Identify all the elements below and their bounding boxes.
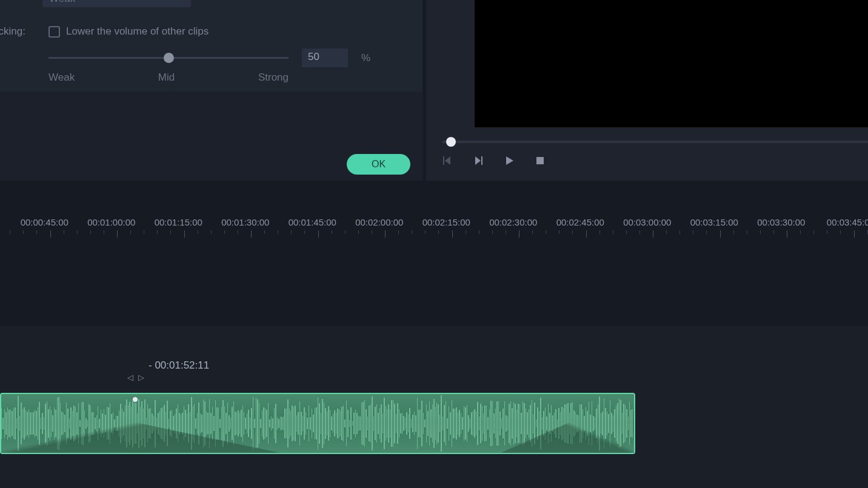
ruler-timecode: 00:02:45:00 [547, 217, 614, 227]
timeline-ruler[interactable]: 0000:00:45:0000:01:00:0000:01:15:0000:01… [0, 209, 868, 243]
stop-button[interactable] [533, 153, 547, 168]
ruler-timecode: 00:00:45:00 [11, 217, 78, 227]
lower-volume-label: Lower the volume of other clips [66, 25, 209, 38]
ruler-timecode: 00:02:00:00 [346, 217, 413, 227]
nudge-right-icon[interactable]: ▷ [138, 373, 144, 382]
ruler-timecode: 00 [0, 217, 11, 227]
percent-label: % [361, 52, 370, 64]
progress-thumb[interactable] [446, 137, 456, 147]
ruler-timecode: 00:01:00:00 [78, 217, 145, 227]
ducking-slider-row: 50 % [48, 48, 410, 67]
slider-label-mid: Mid [158, 72, 175, 84]
ruler-timecode: 00:03:00:00 [614, 217, 681, 227]
slider-label-weak: Weak [48, 72, 75, 84]
lower-volume-row: Lower the volume of other clips [0, 25, 414, 38]
ruler-timecode: 00:01:30:00 [212, 217, 279, 227]
panel-content: Weak ucking: Lower the volume of other c… [0, 0, 422, 92]
lower-volume-checkbox[interactable] [48, 26, 60, 38]
timeline-track[interactable]: - 00:01:52:11 ◁ ▷ [0, 326, 868, 488]
slider-thumb[interactable] [164, 53, 174, 63]
ruler-timecode: 00:03:45:0 [815, 217, 868, 227]
waveform [1, 394, 634, 453]
video-preview [475, 0, 868, 127]
playback-controls [440, 153, 547, 168]
audio-clip[interactable] [0, 393, 635, 454]
ruler-timecode: 00:01:15:00 [145, 217, 212, 227]
ruler-timecode: 00:02:15:00 [413, 217, 480, 227]
ruler-timecode: 00:03:30:00 [748, 217, 815, 227]
ducking-panel: Weak ucking: Lower the volume of other c… [0, 0, 422, 181]
play-button[interactable] [502, 153, 516, 168]
dropdown-value: Weak [49, 0, 75, 5]
nudge-left-icon[interactable]: ◁ [127, 373, 133, 382]
slider-label-strong: Strong [258, 72, 289, 84]
next-frame-button[interactable] [471, 153, 486, 168]
ruler-timecode: 00:01:45:00 [279, 217, 346, 227]
prev-frame-button[interactable] [440, 153, 455, 168]
ducking-value-input[interactable]: 50 [302, 48, 348, 67]
ruler-timecode: 00:03:15:00 [681, 217, 748, 227]
slider-scale-labels: Weak Mid Strong [48, 72, 289, 84]
ruler-timecode: 00:02:30:00 [480, 217, 547, 227]
ruler-ticks [0, 230, 868, 242]
keyframe-marker[interactable] [132, 396, 138, 403]
clip-nudge-arrows: ◁ ▷ [127, 373, 144, 382]
preview-panel [426, 0, 868, 181]
ok-button[interactable]: OK [347, 154, 410, 175]
progress-track [442, 141, 868, 143]
progress-bar[interactable] [442, 137, 868, 147]
svg-rect-0 [536, 157, 544, 164]
clip-duration-label: - 00:01:52:11 [149, 359, 209, 372]
ruler-labels: 0000:00:45:0000:01:00:0000:01:15:0000:01… [0, 217, 868, 227]
ducking-slider[interactable] [48, 57, 289, 59]
